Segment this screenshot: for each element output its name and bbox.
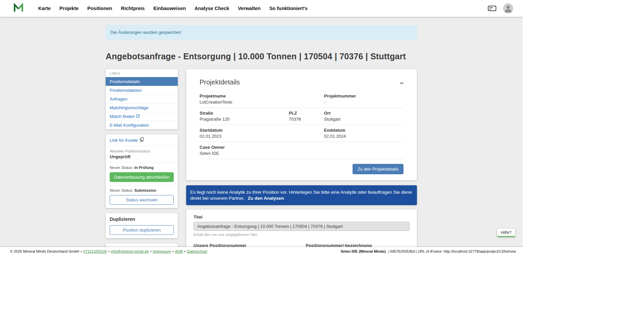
nav-item-einbauweisen[interactable]: Einbauweisen: [153, 6, 186, 11]
analytics-link[interactable]: Zu den Analysen: [248, 196, 284, 201]
field-projektname: Projektname LotCreationTests: [200, 93, 289, 105]
footer-right: Selen IDE (Mineral Minds) | 69576255536d…: [341, 249, 516, 253]
project-row-owner: Case Owner Selen IDE: [200, 142, 404, 159]
nav-item-karte[interactable]: Karte: [38, 6, 51, 11]
nav-item-richtpreis[interactable]: Richtpreis: [121, 6, 145, 11]
external-link-icon: [136, 114, 140, 119]
titel-label: Titel: [194, 214, 410, 219]
sidebar-item-positionsdateien[interactable]: Positionsdateien: [106, 86, 178, 94]
footer-user: Selen IDE (Mineral Minds): [341, 249, 386, 253]
field-value: 02.01.2024: [324, 134, 404, 139]
project-row-address: Straße Pragstraße 120 PLZ 70376 Ort Stut…: [200, 108, 404, 125]
customer-link-label: Link für Kunde: [110, 138, 138, 143]
footer-left: © 2025 Mineral Minds Deutschland GmbH • …: [10, 249, 207, 253]
saved-alert: Die Änderungen wurden gespeichert: [106, 25, 417, 40]
customer-link[interactable]: Link für Kunde: [106, 134, 178, 146]
sidebar-item-positionsdetails[interactable]: Positionsdetails: [106, 77, 178, 86]
mineral-minds-logo-icon: [13, 3, 23, 14]
next-status-label: Neuer Status:: [110, 188, 133, 192]
project-details-card: Projektdetails – Projektname LotCreation…: [186, 69, 417, 180]
field-value: Stuttgart: [324, 117, 404, 122]
footer-link-phone[interactable]: 07151/250100: [83, 249, 107, 253]
footer-separator: •: [184, 249, 185, 253]
field-value: 02.01.2023: [200, 134, 289, 139]
copy-icon: [140, 137, 144, 143]
current-status-label: Aktueller Positionsstatus:: [110, 149, 174, 153]
next-status-value: In Prüfung: [135, 166, 154, 170]
sidebar-item-label: E-Mail Konfiguration: [110, 123, 149, 128]
field-value: LotCreationTests: [200, 100, 289, 105]
field-label: Straße: [200, 111, 289, 116]
footer-link-datenschutz[interactable]: Datenschutz: [187, 249, 207, 253]
field-case-owner: Case Owner Selen IDE: [200, 145, 289, 156]
saved-alert-text: Die Änderungen wurden gespeichert: [110, 30, 181, 35]
links-header: LINKS: [106, 69, 178, 77]
collapse-icon[interactable]: –: [400, 79, 404, 86]
footer-link-impressum[interactable]: Impressum: [153, 249, 171, 253]
navbar-right: [488, 3, 513, 13]
sidebar: LINKS Positionsdetails Positionsdateien …: [106, 69, 178, 247]
next-status-line-1: Neuer Status: In Prüfung: [106, 163, 178, 170]
our-number-label: Unsere Positionsnummer: [194, 243, 298, 247]
sidebar-item-anfragen[interactable]: Anfragen: [106, 94, 178, 103]
footer-separator: •: [172, 249, 174, 253]
sidebar-item-match-finden[interactable]: Match finden: [106, 112, 178, 121]
analytics-banner-text: Es liegt noch keine Analytik zu Ihrer Po…: [190, 190, 412, 201]
titel-input: [194, 222, 410, 231]
nav-item-projekte[interactable]: Projekte: [59, 6, 78, 11]
sidebar-item-label: Positionsdetails: [110, 79, 140, 84]
duplicate-title: Duplizieren: [110, 216, 174, 222]
project-details-title: Projektdetails: [200, 78, 240, 86]
duplicate-card: Duplizieren Position duplizieren: [106, 213, 178, 238]
field-label: Enddatum: [324, 128, 404, 133]
nav-item-positionen[interactable]: Positionen: [87, 6, 112, 11]
footer-separator: •: [150, 249, 152, 253]
nav-item-verwalten[interactable]: Verwalten: [238, 6, 261, 11]
project-row-dates: Startdatum 02.01.2023 Enddatum 02.01.202…: [200, 125, 404, 142]
page-title: Angebotsanfrage - Entsorgung | 10.000 To…: [106, 52, 417, 61]
footer-link-agb[interactable]: AGB: [175, 249, 183, 253]
server-icon[interactable]: [488, 5, 496, 12]
project-details-button[interactable]: Zu den Projektdetails: [353, 164, 404, 174]
switch-status-button[interactable]: Status wechseln: [110, 195, 174, 205]
current-status-block: Aktueller Positionsstatus: Ungeprüft: [106, 146, 178, 163]
next-status-line-2: Neuer Status: Submission: [106, 186, 178, 193]
footer-session-info: | 69576255536d | URL of iFrame: http://l…: [388, 249, 516, 253]
nav-item-so-funktionierts[interactable]: So funktioniert's: [269, 6, 308, 11]
footer-link-email[interactable]: info@mineral-minds.de: [111, 249, 149, 253]
field-value: 70376: [289, 117, 324, 122]
sidebar-item-label: Anfragen: [110, 97, 127, 102]
next-status-label: Neuer Status:: [110, 166, 133, 170]
analytics-banner: Es liegt noch keine Analytik zu Ihrer Po…: [186, 185, 417, 205]
app-frame: Karte Projekte Positionen Richtpreis Ein…: [0, 0, 523, 256]
sidebar-item-email-konfiguration[interactable]: E-Mail Konfiguration: [106, 121, 178, 129]
field-plz: PLZ 70376: [289, 111, 324, 122]
our-number-field: Unsere Positionsnummer Erhält eine syste…: [194, 243, 298, 247]
status-section-1: Neuer Status: In Prüfung Datenerfassung …: [106, 163, 178, 186]
user-avatar[interactable]: [503, 3, 513, 13]
field-strasse: Straße Pragstraße 120: [200, 111, 289, 122]
brand-logo[interactable]: [13, 3, 23, 14]
sidebar-links-card: LINKS Positionsdetails Positionsdateien …: [106, 69, 178, 129]
footer-separator: •: [108, 249, 109, 253]
content-area: Die Änderungen wurden gespeichert Angebo…: [0, 17, 523, 247]
field-value: -: [324, 100, 404, 105]
status-card: Link für Kunde Aktueller Positionsstatus…: [106, 134, 178, 208]
complete-data-entry-button[interactable]: Datenerfassung abschließen: [110, 172, 174, 182]
help-button[interactable]: Hilfe?: [497, 229, 515, 237]
top-navbar: Karte Projekte Positionen Richtpreis Ein…: [0, 0, 523, 17]
next-status-value: Submission: [135, 188, 156, 192]
field-ort: Ort Stuttgart: [324, 111, 404, 122]
duplicate-position-button[interactable]: Position duplizieren: [110, 225, 174, 235]
copyright-text: © 2025 Mineral Minds Deutschland GmbH: [10, 249, 79, 253]
current-status-value: Ungeprüft: [110, 154, 174, 159]
pos-number-field: Positionsnummer/-bezeichnung Z.B. Intern…: [306, 243, 410, 247]
nav-item-analyse-check[interactable]: Analyse Check: [195, 6, 229, 11]
sidebar-item-label: Match finden: [110, 114, 135, 119]
sidebar-item-label: Positionsdateien: [110, 88, 142, 93]
title-divider: [106, 66, 417, 66]
field-label: Projektname: [200, 93, 289, 99]
field-label: Startdatum: [200, 128, 289, 133]
sidebar-item-matchingvorschlaege[interactable]: Matchingvorschläge: [106, 103, 178, 112]
field-enddatum: Enddatum 02.01.2024: [324, 128, 404, 139]
